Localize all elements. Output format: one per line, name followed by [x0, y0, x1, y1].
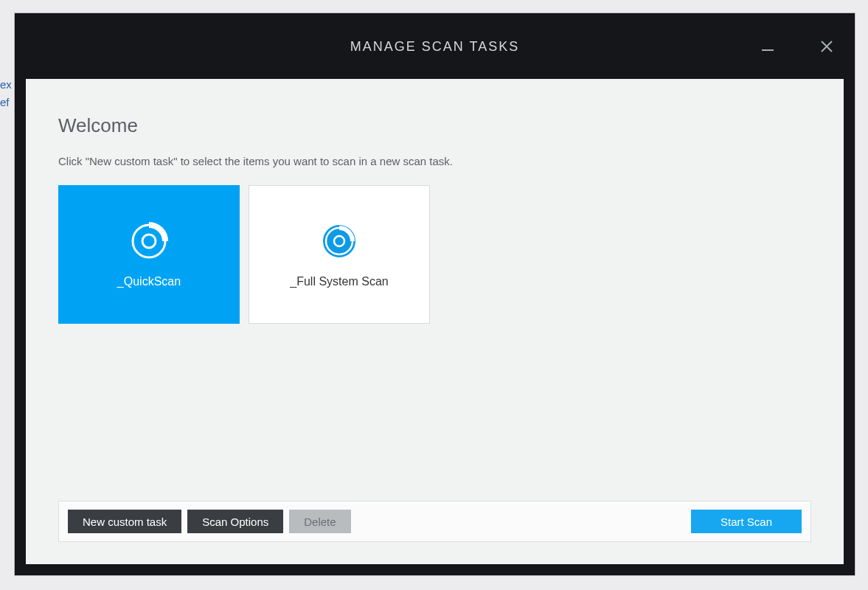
svg-rect-0	[762, 49, 774, 51]
close-icon	[820, 40, 833, 53]
new-custom-task-button[interactable]: New custom task	[68, 510, 181, 533]
card-label: _QuickScan	[117, 275, 181, 288]
background-text: ef	[0, 96, 10, 108]
minimize-icon	[761, 40, 774, 53]
scan-options-button[interactable]: Scan Options	[187, 510, 283, 533]
window-title: MANAGE SCAN TASKS	[350, 39, 519, 55]
titlebar: MANAGE SCAN TASKS	[15, 14, 854, 79]
page-hint: Click "New custom task" to select the it…	[58, 155, 811, 167]
svg-point-2	[142, 235, 156, 248]
page-heading: Welcome	[58, 114, 811, 137]
scan-gauge-icon	[128, 221, 170, 262]
footer-toolbar: New custom task Scan Options Delete Star…	[58, 501, 811, 542]
delete-button[interactable]: Delete	[289, 510, 350, 533]
manage-scan-tasks-window: MANAGE SCAN TASKS Welcome Click "New cus…	[15, 13, 855, 575]
scan-cards: _QuickScan _Full System Scan	[58, 185, 811, 324]
window-controls	[751, 14, 844, 79]
close-button[interactable]	[810, 30, 844, 63]
start-scan-button[interactable]: Start Scan	[691, 510, 802, 533]
content-area: Welcome Click "New custom task" to selec…	[26, 79, 844, 564]
scan-gauge-icon	[319, 221, 360, 262]
quick-scan-card[interactable]: _QuickScan	[58, 185, 240, 324]
card-label: _Full System Scan	[290, 275, 388, 288]
background-text: ex	[0, 78, 12, 91]
minimize-button[interactable]	[751, 30, 785, 63]
full-system-scan-card[interactable]: _Full System Scan	[249, 185, 430, 324]
